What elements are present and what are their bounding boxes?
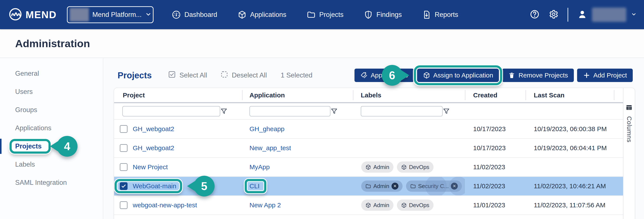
chip-cube-icon <box>365 164 371 170</box>
row-checkbox[interactable] <box>120 201 128 209</box>
project-link[interactable]: New Project <box>133 163 168 171</box>
filter-input-labels[interactable] <box>361 106 442 116</box>
column-header-last-scan[interactable]: Last Scan <box>526 88 620 102</box>
filter-input-application[interactable] <box>250 106 330 116</box>
columns-panel-toggle[interactable]: Columns <box>623 88 635 219</box>
nav-item-findings[interactable]: Findings <box>364 10 402 19</box>
columns-icon <box>626 104 632 112</box>
project-link[interactable]: WebGoat-main <box>133 183 176 190</box>
application-cell: MyApp <box>242 158 353 176</box>
sidebar-item-groups[interactable]: Groups <box>0 101 103 119</box>
annotation-step-badge: 4 <box>57 136 78 157</box>
user-menu[interactable] <box>577 7 638 22</box>
created-date: 11/02/2023 <box>473 163 505 171</box>
nav-item-projects[interactable]: Projects <box>307 10 344 19</box>
sidebar-item-label: Projects <box>15 142 42 150</box>
button-wrap: Assign to Application6 <box>417 69 499 82</box>
table-row-webgoat-new-app-test[interactable]: webgoat-new-app-testNew App 2AdminDevOps… <box>114 196 623 215</box>
row-checkbox[interactable] <box>120 125 128 133</box>
chip-folder-icon <box>365 183 371 189</box>
select-all-button[interactable]: Select All <box>168 70 207 80</box>
columns-panel-label: Columns <box>626 116 633 142</box>
column-header-label: Last Scan <box>526 92 564 99</box>
chip-remove-button[interactable]: ✕ <box>451 183 458 190</box>
sidebar-item-labels[interactable]: Labels <box>0 155 103 174</box>
nav-item-dashboard[interactable]: Dashboard <box>172 10 217 19</box>
chevron-down-icon <box>145 11 152 17</box>
column-header-label: Created <box>465 92 498 99</box>
nav-item-reports[interactable]: Reports <box>422 10 458 19</box>
sidebar-item-general[interactable]: General <box>0 64 103 83</box>
filter-funnel-icon[interactable] <box>442 108 450 115</box>
column-header-created[interactable]: Created <box>465 88 526 102</box>
table-row-webgoat-main[interactable]: WebGoat-main5CLIAdmin✕Security C...✕+1N1… <box>114 177 623 196</box>
sidebar-item-applications[interactable]: Applications <box>0 119 103 137</box>
filter-funnel-icon[interactable] <box>330 108 338 115</box>
dashed-box-icon <box>220 71 228 78</box>
project-link[interactable]: GH_webgoat2 <box>133 144 174 152</box>
column-header-label: Application <box>242 92 285 99</box>
sidebar-item-label: Users <box>15 88 33 96</box>
deselect-all-button[interactable]: Deselect All <box>220 71 267 80</box>
application-cell: New App 2 <box>242 196 353 215</box>
project-link[interactable]: GH_webgoat2 <box>133 125 174 133</box>
org-selector-dropdown[interactable]: Mend Platform... <box>67 6 154 23</box>
button-label: Remove Projects <box>518 72 568 79</box>
application-link[interactable]: CLI <box>250 183 260 190</box>
user-icon <box>577 9 587 19</box>
label-chip: Security C...✕ <box>406 181 462 192</box>
add-project-button[interactable]: Add Project <box>577 69 633 82</box>
column-header-project[interactable]: Project <box>114 88 242 102</box>
nav-item-label: Applications <box>250 11 286 19</box>
help-icon[interactable] <box>530 9 540 20</box>
created-cell: 11/02/2023 <box>465 158 526 176</box>
nav-item-applications[interactable]: Applications <box>238 10 286 19</box>
row-checkbox[interactable] <box>120 144 128 152</box>
application-link[interactable]: New_app_test <box>250 144 291 152</box>
last-scan-cell: 11/02/2023, 11:07:56 AM <box>526 196 620 215</box>
annotation-step-badge: 5 <box>194 176 214 197</box>
row-checkbox[interactable] <box>120 182 128 190</box>
remove-projects-button[interactable]: Remove Projects <box>502 69 574 82</box>
application-link[interactable]: MyApp <box>250 163 270 171</box>
project-link[interactable]: webgoat-new-app-test <box>133 202 197 209</box>
column-header-application[interactable]: Application <box>242 88 353 102</box>
dashed-box-icon <box>220 71 228 80</box>
sidebar-item-label: Labels <box>15 161 35 168</box>
last-scan-date: 10/19/2023, 06:04:41 PM <box>534 144 607 152</box>
application-link[interactable]: GH_gheapp <box>250 125 284 133</box>
button-label: Add Project <box>593 72 627 79</box>
label-chip: DevOps <box>397 161 434 173</box>
button-wrap: Apply Labels <box>354 69 414 82</box>
projects-table: ProjectApplicationLabelsCreatedLast Scan… <box>114 88 623 219</box>
table-row-new project[interactable]: New ProjectMyAppAdminDevOps11/02/2023 <box>114 158 623 177</box>
column-header-labels[interactable]: Labels <box>353 88 465 102</box>
application-cell: GH_gheapp <box>242 120 353 138</box>
application-link[interactable]: New App 2 <box>250 202 281 209</box>
table-filter-row <box>114 103 623 120</box>
sidebar-item-users[interactable]: Users <box>0 83 103 101</box>
top-navbar: MEND Mend Platform... DashboardApplicati… <box>0 0 644 29</box>
application-cell: CLI <box>242 177 353 196</box>
apply-labels-button[interactable]: Apply Labels <box>354 69 414 82</box>
chip-remove-button[interactable]: ✕ <box>392 183 398 190</box>
filter-funnel-icon[interactable] <box>220 108 228 115</box>
created-cell: 10/17/2023 <box>465 139 526 157</box>
sidebar-item-saml-integration[interactable]: SAML Integration <box>0 174 103 192</box>
select-all-label: Select All <box>180 71 207 79</box>
table-row-gh_webgoat2[interactable]: GH_webgoat2New_app_test10/17/202310/19/2… <box>114 139 623 158</box>
assign-to-application-button[interactable]: Assign to Application <box>417 69 499 82</box>
deselect-all-label: Deselect All <box>232 71 267 79</box>
mend-logo[interactable]: MEND <box>9 7 56 22</box>
button-wrap: Add Project <box>577 69 633 82</box>
row-checkbox[interactable] <box>120 163 128 171</box>
folder-icon <box>307 10 316 19</box>
project-cell: New Project <box>114 158 242 176</box>
filter-input-project[interactable] <box>122 106 220 116</box>
gear-icon[interactable] <box>548 9 558 20</box>
mend-wave-icon <box>9 7 22 21</box>
sidebar-item-projects[interactable]: Projects4 <box>0 137 103 155</box>
table-row-gh_webgoat2[interactable]: GH_webgoat2GH_gheapp10/17/202310/19/2023… <box>114 120 623 139</box>
navbar-divider <box>568 8 568 22</box>
last-scan-date: 11/02/2023, 10:46:21 AM <box>534 183 606 190</box>
